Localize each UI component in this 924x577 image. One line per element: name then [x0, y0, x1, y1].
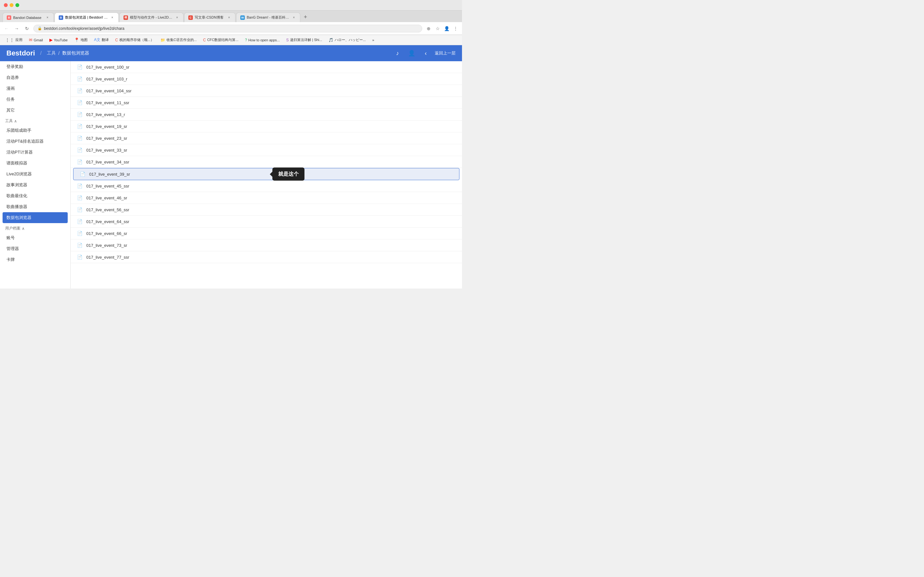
minimize-button[interactable] [10, 3, 13, 7]
sidebar-item-other[interactable]: 其它 [0, 105, 70, 116]
sidebar-item-login-reward[interactable]: 登录奖励 [0, 61, 70, 72]
bookmark-hello[interactable]: 🎵 ハロー、ハッピー... [326, 37, 368, 43]
bookmark-maps-label: 地图 [81, 37, 87, 42]
sidebar-item-pt-calc[interactable]: 活动PT计算器 [0, 147, 70, 158]
bookmark-maps[interactable]: 📍 地图 [71, 37, 90, 43]
sidebar-item-free-ticket[interactable]: 自选券 [0, 72, 70, 83]
tab-close-bandori[interactable]: × [45, 15, 50, 20]
sidebar-item-task[interactable]: 任务 [0, 94, 70, 105]
back-button[interactable]: ← [3, 25, 10, 32]
file-item-8[interactable]: 📄 017_live_event_33_sr [71, 144, 462, 156]
back-nav-label[interactable]: 返回上一层 [435, 50, 456, 56]
sidebar-item-live2d[interactable]: Live2D浏览器 [0, 169, 70, 179]
tab-label-bandori: Bandori Database [13, 16, 43, 19]
bookmark-gmail[interactable]: ✉ Gmail [26, 37, 45, 43]
file-name-15: 017_live_event_66_sr [86, 231, 127, 236]
file-item-16[interactable]: 📄 017_live_event_73_sr [71, 239, 462, 251]
file-name-1: 017_live_event_100_sr [86, 65, 129, 69]
user-icon[interactable]: 👤 [407, 48, 417, 58]
file-item-7[interactable]: 📄 017_live_event_23_sr [71, 132, 462, 144]
breadcrumb-tool[interactable]: 工具 [47, 50, 56, 56]
sidebar-item-card[interactable]: 卡牌 [0, 254, 70, 265]
file-item-15[interactable]: 📄 017_live_event_66_sr [71, 227, 462, 239]
sidebar-item-song-player-label: 歌曲播放器 [6, 204, 27, 210]
file-item-1[interactable]: 📄 017_live_event_100_sr [71, 61, 462, 73]
file-name-8: 017_live_event_33_sr [86, 148, 127, 153]
file-icon-6: 📄 [77, 124, 82, 129]
tab-favicon-bestdori: B [59, 15, 63, 20]
file-icon-13: 📄 [77, 207, 82, 212]
menu-icon[interactable]: ⋮ [452, 25, 459, 32]
file-item-17[interactable]: 📄 017_live_event_77_ssr [71, 251, 462, 263]
sidebar-item-activity-pt[interactable]: 活动PT&排名追踪器 [0, 136, 70, 147]
reload-button[interactable]: ↻ [23, 25, 31, 32]
tab-bandori[interactable]: B Bandori Database × [3, 13, 54, 22]
forward-button[interactable]: → [13, 25, 21, 32]
profile-icon[interactable]: 👤 [443, 25, 451, 32]
new-tab-button[interactable]: + [301, 13, 310, 21]
sidebar-item-card-label: 卡牌 [6, 257, 15, 263]
file-name-7: 017_live_event_23_sr [86, 136, 127, 141]
back-nav-icon[interactable]: ‹ [421, 48, 431, 58]
bookmark-collect[interactable]: 📁 收集C语言作业的... [158, 37, 199, 43]
file-name-4: 017_live_event_11_ssr [86, 100, 129, 105]
sidebar-item-story[interactable]: 故事浏览器 [0, 179, 70, 190]
maps-icon: 📍 [74, 37, 79, 42]
howto-icon: ? [245, 38, 247, 42]
sidebar-item-manga[interactable]: 漫画 [0, 83, 70, 94]
file-item-6[interactable]: 📄 017_live_event_19_sr [71, 121, 462, 132]
bookmark-howto[interactable]: ? How to open apps... [242, 37, 282, 43]
tab-close-live2d[interactable]: × [175, 15, 179, 20]
url-bar[interactable]: 🔒 bestdori.com/tool/explorer/asset/jp/li… [33, 25, 422, 32]
file-item-3[interactable]: 📄 017_live_event_104_ssr [71, 85, 462, 97]
sidebar-item-song-opt-label: 歌曲最佳化 [6, 193, 27, 199]
lock-icon: 🔒 [37, 26, 42, 31]
sidebar-item-account[interactable]: 账号 [0, 232, 70, 243]
music-icon[interactable]: ♪ [393, 48, 403, 58]
tab-label-wiki: BanG Dream! - 维基百科，自由... [247, 15, 290, 20]
tab-close-csdn[interactable]: × [227, 15, 231, 20]
tab-wiki[interactable]: W BanG Dream! - 维基百科，自由... × [236, 13, 300, 22]
file-name-5: 017_live_event_13_r [86, 112, 125, 117]
bookmark-apps-label: 应用 [15, 37, 23, 42]
file-name-6: 017_live_event_19_sr [86, 124, 127, 129]
bookmark-apps[interactable]: ⋮⋮ 应用 [3, 37, 25, 43]
file-item-5[interactable]: 📄 017_live_event_13_r [71, 109, 462, 121]
maximize-button[interactable] [15, 3, 19, 7]
file-item-13[interactable]: 📄 017_live_event_56_ssr [71, 204, 462, 216]
more-bookmarks[interactable]: » [370, 37, 376, 43]
tab-close-wiki[interactable]: × [292, 15, 296, 20]
tab-favicon-csdn: C [188, 15, 193, 20]
bookmark-translate[interactable]: A文 翻译 [91, 37, 111, 43]
tab-csdn[interactable]: C 写文章-CSDN博客 × [184, 13, 236, 22]
bookmark-star-icon[interactable]: ☆ [434, 25, 441, 32]
sidebar-section-tools[interactable]: 工具 ∧ [0, 116, 70, 125]
sidebar-item-manager[interactable]: 管理器 [0, 243, 70, 254]
file-item-9[interactable]: 📄 017_live_event_34_ssr [71, 156, 462, 168]
bookmark-youtube[interactable]: ▶ YouTube [47, 37, 70, 43]
sidebar-item-song-opt[interactable]: 歌曲最佳化 [0, 190, 70, 201]
sidebar-section-user[interactable]: 用户档案 ∧ [0, 223, 70, 232]
tab-bestdori[interactable]: B 数据包浏览器 | Bestdori! BanG... × [55, 13, 119, 22]
file-item-10[interactable]: 📄 017_live_event_39_sr 就是这个 [73, 168, 459, 180]
tab-close-bestdori[interactable]: × [110, 15, 115, 20]
file-item-11[interactable]: 📄 017_live_event_45_ssr [71, 180, 462, 192]
file-icon-15: 📄 [77, 231, 82, 236]
sidebar-item-chart-sim[interactable]: 谱面模拟器 [0, 158, 70, 169]
file-item-14[interactable]: 📄 017_live_event_64_ssr [71, 216, 462, 227]
translate-icon[interactable]: ⊕ [425, 25, 433, 32]
file-name-3: 017_live_event_104_ssr [86, 89, 132, 93]
file-item-4[interactable]: 📄 017_live_event_11_ssr [71, 97, 462, 109]
sidebar-item-account-label: 账号 [6, 235, 15, 241]
bookmark-cfc[interactable]: C CFC数据结构与算... [200, 37, 241, 43]
file-item-2[interactable]: 📄 017_live_event_103_r [71, 73, 462, 85]
bookmark-zhan[interactable]: C 栈的顺序存储（顺...） [113, 37, 157, 43]
sidebar-item-song-player[interactable]: 歌曲播放器 [0, 201, 70, 212]
sidebar-item-data-browser[interactable]: 数据包浏览器 [3, 212, 68, 223]
bookmark-algo[interactable]: S 递归算法详解 | Shi... [284, 37, 325, 43]
file-item-12[interactable]: 📄 017_live_event_46_sr [71, 192, 462, 204]
close-button[interactable] [4, 3, 8, 7]
sidebar-item-band-helper[interactable]: 乐团组成助手 [0, 125, 70, 136]
tab-live2d[interactable]: 模 模型与动作文件 - Live2D Cubis... × [120, 13, 184, 22]
tab-favicon-bandori: B [7, 15, 11, 20]
